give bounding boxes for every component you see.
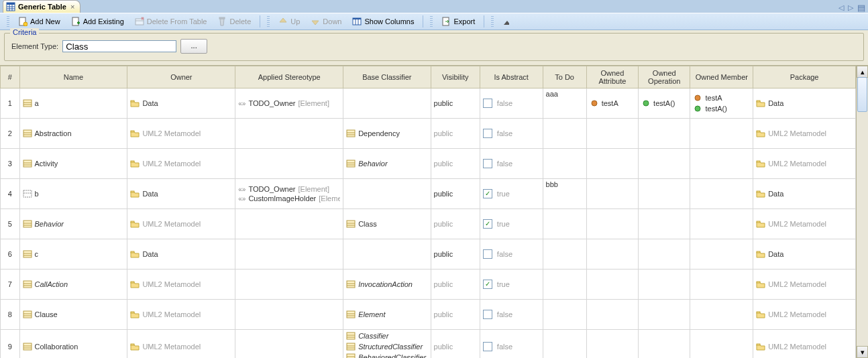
cell-is-abstract[interactable]: true [480,270,543,300]
cell-stereotype[interactable] [235,209,343,239]
cell-is-abstract[interactable]: false [480,330,543,359]
tab-next-icon[interactable]: ▷ [848,3,853,12]
cell-is-abstract[interactable]: false [480,300,543,330]
cell-owned-member[interactable] [690,270,753,300]
cell-name[interactable]: CallAction [19,270,127,300]
column-header[interactable]: To Do [543,66,586,88]
column-header[interactable]: Owned Operation [639,66,690,88]
cell-owner[interactable]: Data [127,88,235,119]
checkbox-icon[interactable] [483,249,492,259]
cell-owned-operation[interactable] [639,300,690,330]
checkbox-icon[interactable] [483,219,492,229]
cell-owned-member[interactable]: testAtestA() [690,88,753,119]
column-header[interactable]: Owned Member [690,66,753,88]
cell-visibility[interactable]: public [431,330,480,359]
cell-owner[interactable]: UML2 Metamodel [127,330,235,359]
cell-base-classifier[interactable]: Class [343,209,431,239]
cell-stereotype[interactable]: «»TODO_Owner [Element]«»CustomImageHolde… [235,179,343,209]
cell-name[interactable]: Collaboration [19,330,127,359]
element-type-input[interactable] [62,40,176,52]
column-header[interactable]: Package [753,66,856,88]
cell-visibility[interactable]: public [431,300,480,330]
cell-owned-operation[interactable] [639,149,690,179]
cell-owned-operation[interactable] [639,270,690,300]
scroll-thumb[interactable] [857,77,867,112]
cell-stereotype[interactable] [235,300,343,330]
cell-owned-attribute[interactable] [586,149,638,179]
column-header[interactable]: Owned Attribute [586,66,638,88]
cell-visibility[interactable]: public [431,88,480,119]
checkbox-icon[interactable] [483,310,492,319]
cell-is-abstract[interactable]: true [480,179,543,209]
cell-todo[interactable] [543,209,586,239]
cell-stereotype[interactable] [235,270,343,300]
table-row[interactable]: 6cDatapublicfalseData [1,239,856,270]
cell-todo[interactable]: aaa [543,88,586,119]
close-icon[interactable]: × [70,3,74,11]
cell-owned-operation[interactable] [639,330,690,359]
cell-package[interactable]: UML2 Metamodel [753,209,856,239]
element-type-browse-button[interactable]: ... [180,39,207,54]
cell-name[interactable]: Activity [19,149,127,179]
column-header[interactable]: Owner [127,66,235,88]
add-existing-button[interactable]: Add Existing [66,15,129,28]
column-header[interactable]: Applied Stereotype [235,66,343,88]
cell-package[interactable]: UML2 Metamodel [753,270,856,300]
cell-package[interactable]: Data [753,179,856,209]
checkbox-icon[interactable] [483,129,492,138]
cell-package[interactable]: UML2 Metamodel [753,119,856,149]
cell-package[interactable]: UML2 Metamodel [753,300,856,330]
cell-owned-member[interactable] [690,149,753,179]
cell-is-abstract[interactable]: false [480,239,543,270]
scroll-down-button[interactable]: ▾ [857,346,868,358]
table-row[interactable]: 7CallActionUML2 MetamodelInvocationActio… [1,270,856,300]
cell-base-classifier[interactable]: Behavior [343,149,431,179]
cell-is-abstract[interactable]: false [480,119,543,149]
cell-stereotype[interactable] [235,149,343,179]
cell-package[interactable]: UML2 Metamodel [753,330,856,359]
cell-name[interactable]: Behavior [19,209,127,239]
column-header[interactable]: # [1,66,20,88]
cell-package[interactable]: Data [753,239,856,270]
cell-owned-attribute[interactable] [586,209,638,239]
cell-todo[interactable] [543,300,586,330]
cell-todo[interactable] [543,330,586,359]
cell-owned-attribute[interactable]: testA [586,88,638,119]
tab-list-icon[interactable]: ▤ [857,3,865,13]
checkbox-icon[interactable] [483,342,492,351]
cell-visibility[interactable]: public [431,239,480,270]
table-row[interactable]: 4bData«»TODO_Owner [Element]«»CustomImag… [1,179,856,209]
cell-owned-attribute[interactable] [586,300,638,330]
cell-owner[interactable]: Data [127,179,235,209]
checkbox-icon[interactable] [483,159,492,168]
cell-owned-operation[interactable]: testA() [639,88,690,119]
cell-owned-operation[interactable] [639,209,690,239]
cell-stereotype[interactable] [235,119,343,149]
cell-owner[interactable]: UML2 Metamodel [127,209,235,239]
cell-todo[interactable] [543,270,586,300]
cell-base-classifier[interactable] [343,88,431,119]
cell-base-classifier[interactable]: Dependency [343,119,431,149]
cell-owned-attribute[interactable] [586,179,638,209]
collapse-button[interactable] [498,16,514,27]
cell-owned-member[interactable] [690,239,753,270]
scroll-up-button[interactable]: ▴ [857,66,868,78]
cell-owned-operation[interactable] [639,119,690,149]
column-header[interactable]: Visibility [431,66,480,88]
cell-owner[interactable]: UML2 Metamodel [127,270,235,300]
cell-owned-operation[interactable] [639,179,690,209]
cell-name[interactable]: Abstraction [19,119,127,149]
cell-visibility[interactable]: public [431,179,480,209]
cell-todo[interactable] [543,149,586,179]
cell-base-classifier[interactable]: InvocationAction [343,270,431,300]
cell-owned-attribute[interactable] [586,239,638,270]
cell-owned-operation[interactable] [639,239,690,270]
cell-owned-attribute[interactable] [586,119,638,149]
cell-visibility[interactable]: public [431,270,480,300]
cell-visibility[interactable]: public [431,119,480,149]
column-header[interactable]: Name [19,66,127,88]
cell-base-classifier[interactable]: Element [343,300,431,330]
cell-visibility[interactable]: public [431,209,480,239]
cell-owned-attribute[interactable] [586,330,638,359]
checkbox-icon[interactable] [483,99,492,108]
